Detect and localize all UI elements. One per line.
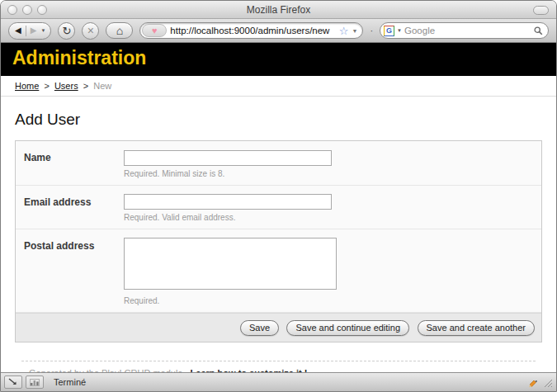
- admin-header: Administration: [1, 43, 556, 76]
- email-hint: Required. Valid email address.: [124, 213, 332, 222]
- form-field-email: Email address Required. Valid email addr…: [16, 186, 541, 230]
- browser-viewport: Administration Home > Users > New Add Us…: [1, 42, 556, 372]
- save-and-create-another-button[interactable]: Save and create another: [418, 320, 535, 336]
- breadcrumb-users-link[interactable]: Users: [54, 81, 78, 91]
- save-button[interactable]: Save: [240, 320, 279, 336]
- email-input[interactable]: [124, 194, 332, 210]
- page-content: Add User Name Required. Minimal size is …: [1, 111, 556, 372]
- postal-address-control: Required.: [124, 238, 337, 305]
- forward-icon: ▶: [31, 26, 37, 35]
- reload-icon: ↻: [62, 26, 71, 36]
- stop-button[interactable]: ×: [82, 22, 99, 40]
- back-icon: ◀: [15, 26, 21, 35]
- url-dropdown-button[interactable]: ▼: [352, 28, 357, 34]
- search-engine-dropdown[interactable]: ▼: [397, 28, 402, 33]
- breadcrumb-separator: >: [44, 81, 49, 91]
- site-identity-button[interactable]: ♥: [142, 24, 167, 37]
- forward-button[interactable]: ▶: [31, 26, 37, 35]
- window-controls: [7, 5, 47, 15]
- history-dropdown-button[interactable]: ▼: [40, 28, 45, 33]
- toolbar-separator-dot: ·: [370, 26, 373, 35]
- chevron-down-icon: ▼: [40, 28, 45, 33]
- browser-toolbar: ◀ ▶ ▼ ↻ × ⌂ ♥ ☆ ▼ · G ▼: [1, 19, 556, 42]
- bookmark-star-icon[interactable]: ☆: [339, 26, 349, 36]
- home-button[interactable]: ⌂: [106, 22, 133, 39]
- addon-inspector-button[interactable]: [4, 375, 22, 389]
- chevron-down-icon: ▼: [352, 28, 357, 34]
- window-title: Mozilla Firefox: [1, 4, 556, 16]
- form-field-name: Name Required. Minimal size is 8.: [16, 141, 541, 186]
- search-box[interactable]: G ▼: [380, 22, 549, 39]
- form-field-postal-address: Postal address Required.: [16, 229, 541, 313]
- admin-title: Administration: [12, 47, 556, 69]
- postal-address-textarea[interactable]: [124, 238, 337, 290]
- reload-button[interactable]: ↻: [58, 22, 75, 40]
- back-button[interactable]: ◀: [15, 26, 21, 35]
- postal-address-hint: Required.: [124, 296, 337, 305]
- save-and-continue-button[interactable]: Save and continue editing: [286, 320, 409, 336]
- status-right-group: [527, 376, 553, 388]
- back-forward-group: ◀ ▶ ▼: [8, 22, 51, 40]
- email-label: Email address: [24, 194, 124, 223]
- chevron-down-icon: ▼: [397, 28, 402, 33]
- page-title: Add User: [15, 111, 542, 129]
- search-engine-icon[interactable]: G: [384, 26, 394, 36]
- breadcrumb: Home > Users > New: [1, 76, 556, 97]
- firefox-window: Mozilla Firefox ◀ ▶ ▼ ↻ × ⌂ ♥ ☆ ▼ · G ▼: [0, 0, 557, 392]
- mini-chart-icon: [30, 379, 40, 386]
- search-input[interactable]: [404, 26, 531, 35]
- email-control: Required. Valid email address.: [124, 194, 332, 223]
- form-buttons-bar: Save Save and continue editing Save and …: [16, 313, 541, 342]
- resize-grip[interactable]: [541, 376, 553, 388]
- toolbar-toggle-button[interactable]: [533, 6, 549, 15]
- close-window-button[interactable]: [7, 5, 17, 15]
- window-titlebar[interactable]: Mozilla Firefox: [1, 1, 556, 19]
- add-user-form: Name Required. Minimal size is 8. Email …: [15, 140, 542, 342]
- breadcrumb-separator: >: [83, 81, 88, 91]
- status-text: Terminé: [54, 377, 86, 387]
- url-bar[interactable]: ♥ ☆ ▼: [139, 22, 363, 39]
- postal-address-label: Postal address: [24, 238, 124, 305]
- addon-chart-button[interactable]: [26, 375, 44, 389]
- minimize-window-button[interactable]: [22, 5, 32, 15]
- zoom-window-button[interactable]: [37, 5, 47, 15]
- url-input[interactable]: [170, 26, 335, 35]
- divider: [26, 26, 26, 36]
- stop-icon: ×: [87, 25, 94, 36]
- star-glyph: ☆: [339, 25, 349, 37]
- name-input[interactable]: [124, 150, 332, 166]
- breadcrumb-home-link[interactable]: Home: [15, 81, 39, 91]
- status-bar: Terminé: [1, 372, 556, 391]
- crud-footer: Generated by the Play! CRUD module. Lear…: [21, 361, 536, 372]
- cursor-arrow-icon: [8, 378, 18, 386]
- home-icon: ⌂: [116, 25, 123, 36]
- name-control: Required. Minimal size is 8.: [124, 149, 332, 178]
- search-icon[interactable]: [534, 26, 543, 35]
- name-label: Name: [24, 149, 124, 178]
- breadcrumb-current: New: [93, 81, 111, 91]
- pencil-addon-icon[interactable]: [527, 377, 538, 388]
- heart-icon: ♥: [152, 26, 158, 35]
- name-hint: Required. Minimal size is 8.: [124, 169, 332, 178]
